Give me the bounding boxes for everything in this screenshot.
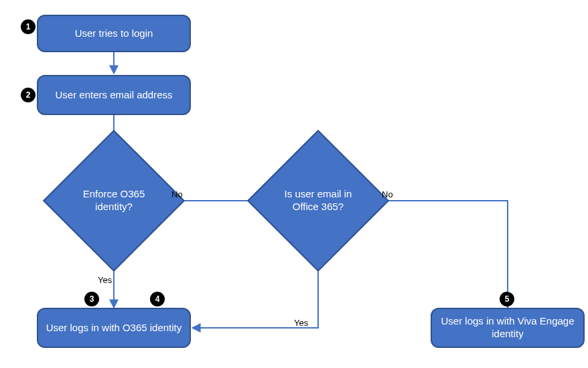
node-label: User tries to login xyxy=(75,27,153,40)
node-step-o365-login: User logs in with O365 identity xyxy=(37,308,191,348)
badge-label: 3 xyxy=(90,294,94,304)
node-label: Is user email in Office 365? xyxy=(268,151,368,251)
badge-label: 5 xyxy=(505,294,510,304)
badge-3: 3 xyxy=(84,292,99,306)
badge-5: 5 xyxy=(500,292,514,306)
node-step-1: User tries to login xyxy=(37,15,191,52)
node-decision-email-in-o365: Is user email in Office 365? xyxy=(268,151,368,251)
badge-4: 4 xyxy=(150,292,165,306)
node-step-viva-login: User logs in with Viva Engage identity xyxy=(431,308,585,348)
badge-1: 1 xyxy=(21,19,35,34)
node-label: User logs in with Viva Engage identity xyxy=(437,315,578,341)
node-label: User logs in with O365 identity xyxy=(46,322,182,335)
node-label: Enforce O365 identity? xyxy=(64,151,164,251)
flowchart: User tries to login 1 User enters email … xyxy=(0,0,588,368)
edge-label-d1-no: No xyxy=(171,189,183,199)
node-label: User enters email address xyxy=(55,89,172,102)
edge-label-d1-yes: Yes xyxy=(98,275,112,285)
node-step-2: User enters email address xyxy=(37,75,191,115)
badge-2: 2 xyxy=(21,88,35,102)
badge-label: 4 xyxy=(155,294,160,304)
edge-label-d2-yes: Yes xyxy=(294,318,308,328)
badge-label: 1 xyxy=(26,22,31,31)
badge-label: 2 xyxy=(26,90,31,100)
node-decision-enforce-o365: Enforce O365 identity? xyxy=(64,151,164,251)
edge-label-d2-no: No xyxy=(382,189,393,199)
